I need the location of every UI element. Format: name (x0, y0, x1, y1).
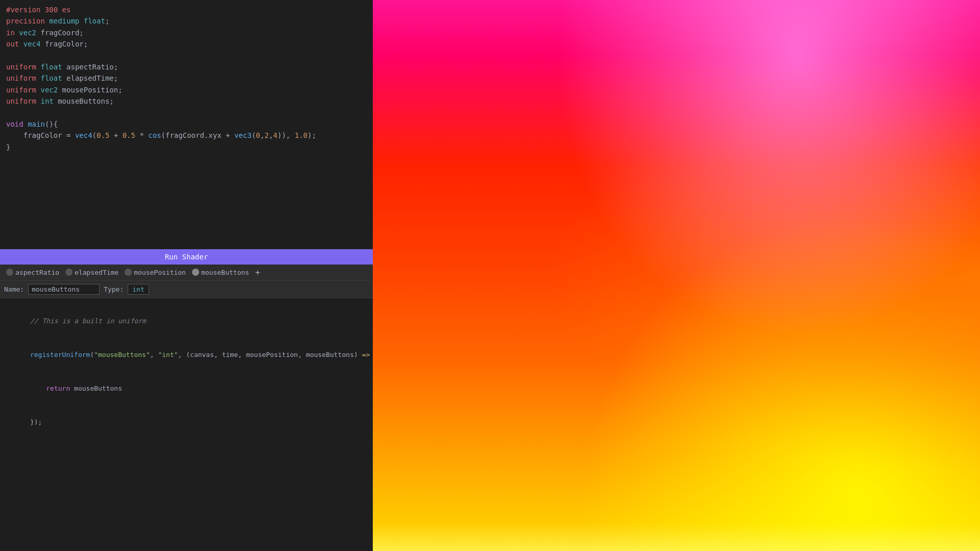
left-panel: #version 300 es precision mediump float;… (0, 0, 373, 551)
tab-dot-aspectRatio (6, 269, 13, 276)
tab-aspectRatio[interactable]: aspectRatio (4, 268, 61, 277)
add-uniform-button[interactable]: + (253, 268, 262, 277)
tab-label-elapsedTime: elapsedTime (75, 269, 118, 276)
code-line-1: #version 300 es (6, 4, 367, 15)
close-line: }); (6, 405, 367, 439)
shader-overlay (373, 0, 980, 551)
tab-dot-mouseButtons (192, 269, 199, 276)
code-line-9: uniform int mouseButtons; (6, 95, 367, 107)
code-line-4: out vec4 fragColor; (6, 38, 367, 50)
tab-elapsedTime[interactable]: elapsedTime (63, 268, 121, 277)
type-value: int (128, 284, 149, 295)
tab-label-aspectRatio: aspectRatio (15, 269, 59, 276)
code-line-3: in vec2 fragCoord; (6, 27, 367, 38)
code-editor[interactable]: #version 300 es precision mediump float;… (0, 0, 373, 249)
uniform-tabs-bar: aspectRatio elapsedTime mousePosition mo… (0, 265, 373, 281)
type-label: Type: (104, 285, 124, 293)
tab-dot-mousePosition (125, 269, 132, 276)
code-line-7: uniform float elapsedTime; (6, 73, 367, 84)
name-label: Name: (4, 285, 24, 293)
run-shader-button[interactable]: Run Shader (0, 249, 373, 265)
code-line-12: fragColor = vec4(0.5 + 0.5 * cos(fragCoo… (6, 130, 367, 141)
tab-label-mouseButtons: mouseButtons (201, 269, 249, 276)
bottom-code-panel: // This is a built in uniform registerUn… (0, 298, 373, 552)
code-line-11: void main(){ (6, 118, 367, 130)
return-line: return mouseButtons (6, 372, 367, 405)
tab-mousePosition[interactable]: mousePosition (123, 268, 188, 277)
name-input[interactable] (28, 284, 100, 295)
tab-mouseButtons[interactable]: mouseButtons (190, 268, 251, 277)
run-shader-label: Run Shader (165, 253, 208, 261)
code-line-5 (6, 50, 367, 61)
code-line-10 (6, 107, 367, 118)
code-line-6: uniform float aspectRatio; (6, 61, 367, 73)
name-type-bar: Name: Type: int (0, 281, 373, 298)
register-line: registerUniform("mouseButtons", "int", (… (6, 338, 367, 372)
tab-label-mousePosition: mousePosition (134, 269, 186, 276)
code-line-2: precision mediump float; (6, 15, 367, 27)
code-line-13: } (6, 141, 367, 153)
comment-line: // This is a built in uniform (6, 304, 367, 338)
code-line-8: uniform vec2 mousePosition; (6, 84, 367, 95)
tab-dot-elapsedTime (65, 269, 73, 276)
shader-preview (373, 0, 980, 551)
